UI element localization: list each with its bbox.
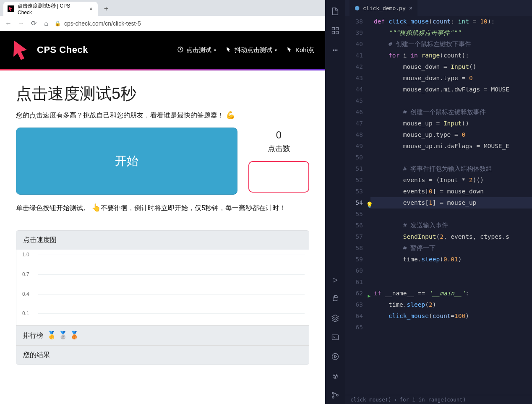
breadcrumb-segment[interactable]: for i in range(count) bbox=[399, 396, 466, 403]
new-tab-button[interactable]: + bbox=[100, 3, 112, 15]
site-name: CPS Check bbox=[37, 44, 88, 55]
code-line[interactable]: click_mouse(count=100) bbox=[370, 310, 532, 322]
code-line[interactable]: """模拟鼠标点击事件""" bbox=[370, 27, 532, 39]
radiation-icon[interactable]: ☢ bbox=[325, 367, 345, 385]
clock-icon bbox=[177, 46, 184, 54]
line-number: 57 bbox=[345, 231, 363, 242]
url-field[interactable]: 🔒 cps-check.com/cn/click-test-5 bbox=[55, 20, 321, 27]
code-line[interactable]: for i in range(count): bbox=[370, 50, 532, 61]
code-line[interactable]: mouse_down.mi.dwFlags = MOUSE bbox=[370, 84, 532, 95]
code-line[interactable] bbox=[370, 152, 532, 163]
activity-bar: ⋯ ▷ ☢ bbox=[325, 0, 345, 404]
page-subtitle: 您的点击速度有多高？挑战自己和您的朋友，看看谁是最快的答题器！ 💪 bbox=[16, 110, 309, 120]
code-line[interactable]: mouse_down = Input() bbox=[370, 61, 532, 73]
svg-rect-7 bbox=[332, 335, 339, 340]
code-line[interactable]: # 发送输入事件 bbox=[370, 220, 532, 231]
close-icon[interactable]: × bbox=[89, 5, 94, 12]
svg-point-8 bbox=[332, 354, 339, 360]
svg-point-9 bbox=[332, 392, 334, 394]
code-line[interactable]: SendInput(2, events, ctypes.s bbox=[370, 231, 532, 242]
lock-icon: 🔒 bbox=[55, 21, 61, 26]
tab-strip: 点击速度测试5秒 | CPS Check × + bbox=[0, 0, 325, 16]
back-icon[interactable]: ← bbox=[4, 20, 13, 27]
browser-window: 点击速度测试5秒 | CPS Check × + ← → ⟳ ⌂ 🔒 cps-c… bbox=[0, 0, 325, 404]
code-line[interactable]: events[1] = mouse_up bbox=[370, 197, 532, 209]
run-icon[interactable]: ▷ bbox=[325, 271, 345, 288]
line-number: 40 bbox=[345, 39, 363, 50]
extensions-icon[interactable] bbox=[325, 22, 345, 39]
line-number: 51 bbox=[345, 163, 363, 175]
code-line[interactable]: time.sleep(2) bbox=[370, 299, 532, 310]
code-line[interactable]: time.sleep(0.01) bbox=[370, 254, 532, 265]
nav-label: Kohi点 bbox=[295, 46, 314, 54]
forward-icon[interactable]: → bbox=[17, 20, 25, 27]
address-bar: ← → ⟳ ⌂ 🔒 cps-check.com/cn/click-test-5 bbox=[0, 16, 325, 31]
line-number: 42 bbox=[345, 61, 363, 73]
click-counter: 0 点击数 bbox=[248, 128, 309, 193]
nav-item-1[interactable]: 抖动点击测试▾ bbox=[225, 46, 277, 54]
editor-tab[interactable]: ⬢ click_demo.py × bbox=[349, 0, 417, 16]
svg-point-10 bbox=[332, 396, 334, 398]
start-button[interactable]: 开始 bbox=[16, 128, 237, 195]
code-line[interactable]: mouse_up.mi.dwFlags = MOUSE_E bbox=[370, 141, 532, 152]
breadcrumb-segment[interactable]: click mouse() bbox=[350, 396, 391, 403]
svg-rect-5 bbox=[336, 31, 339, 34]
explorer-icon[interactable] bbox=[325, 3, 345, 20]
line-number: 48 bbox=[345, 129, 363, 141]
chart-panel-header[interactable]: 点击速度图 bbox=[16, 231, 309, 250]
code-line[interactable]: # 创建一个鼠标左键释放事件 bbox=[370, 107, 532, 118]
reload-icon[interactable]: ⟳ bbox=[29, 19, 38, 27]
rank-panel-header[interactable]: 排行榜 🥇 🥈 🥉 bbox=[16, 325, 309, 345]
instruction-text: 单击绿色按钮开始测试。 👆不要徘徊，倒计时将立即开始，仅5秒钟，每一毫秒都在计时… bbox=[16, 203, 309, 213]
code-line[interactable]: mouse_up = Input() bbox=[370, 118, 532, 129]
line-number: 65 bbox=[345, 322, 363, 333]
code-line[interactable]: events[0] = mouse_down bbox=[370, 186, 532, 197]
code-line[interactable] bbox=[370, 322, 532, 333]
home-icon[interactable]: ⌂ bbox=[42, 20, 50, 27]
run-marker-icon[interactable]: ▶ bbox=[368, 290, 370, 302]
url-text: cps-check.com/cn/click-test-5 bbox=[64, 20, 141, 27]
line-number: 60 bbox=[345, 265, 363, 276]
close-icon[interactable]: × bbox=[409, 5, 412, 11]
browser-tab[interactable]: 点击速度测试5秒 | CPS Check × bbox=[3, 2, 98, 16]
code-line[interactable] bbox=[370, 209, 532, 220]
editor-tab-bar: ⬢ click_demo.py × bbox=[345, 0, 532, 16]
code-editor-window: ⋯ ▷ ☢ ⬢ click_demo.py × 3839404142434445… bbox=[325, 0, 532, 404]
nav-item-0[interactable]: 点击测试▾ bbox=[177, 46, 216, 54]
instr-pre: 单击绿色按钮开始测试。 bbox=[16, 204, 90, 211]
layers-icon[interactable] bbox=[325, 309, 345, 327]
code-line[interactable]: mouse_up.type = 0 bbox=[370, 129, 532, 141]
code-line[interactable]: # 暂停一下 bbox=[370, 242, 532, 254]
breadcrumb[interactable]: click mouse()›for i in range(count) bbox=[345, 395, 532, 404]
code-editor[interactable]: 3839404142434445464748495051525354💡55565… bbox=[345, 16, 532, 404]
count-label: 点击数 bbox=[268, 143, 290, 154]
code-line[interactable]: # 创建一个鼠标左键按下事件 bbox=[370, 39, 532, 50]
svg-point-6 bbox=[334, 296, 335, 297]
line-number: 43 bbox=[345, 73, 363, 84]
terminal-icon[interactable] bbox=[325, 328, 345, 346]
code-line[interactable] bbox=[370, 276, 532, 288]
result-box bbox=[248, 161, 309, 193]
more-icon[interactable]: ⋯ bbox=[325, 41, 345, 59]
code-line[interactable]: mouse_down.type = 0 bbox=[370, 73, 532, 84]
code-line[interactable] bbox=[370, 265, 532, 276]
site-logo[interactable]: CPS Check bbox=[11, 39, 88, 61]
line-number: 49 bbox=[345, 141, 363, 152]
nav-item-2[interactable]: Kohi点 bbox=[286, 46, 314, 54]
code-line[interactable]: events = (Input * 2)() bbox=[370, 175, 532, 186]
favicon-icon bbox=[8, 5, 14, 12]
python-icon[interactable] bbox=[325, 290, 345, 308]
code-line[interactable]: # 将事件打包为输入结构体数组 bbox=[370, 163, 532, 175]
line-number: 44 bbox=[345, 84, 363, 95]
code-line[interactable]: if __name__ == '__main__': bbox=[370, 288, 532, 299]
play-circle-icon[interactable] bbox=[325, 348, 345, 365]
code-line[interactable]: def click_mouse(count: int = 10): bbox=[370, 16, 532, 27]
results-panel-header[interactable]: 您的结果 bbox=[16, 345, 309, 365]
source-control-icon[interactable] bbox=[325, 386, 345, 404]
line-number: 39 bbox=[345, 27, 363, 39]
cursor-icon bbox=[225, 46, 232, 54]
code-line[interactable] bbox=[370, 95, 532, 107]
lightbulb-icon[interactable]: 💡 bbox=[366, 199, 373, 211]
nav-label: 点击测试 bbox=[186, 46, 211, 54]
svg-rect-4 bbox=[332, 31, 335, 34]
